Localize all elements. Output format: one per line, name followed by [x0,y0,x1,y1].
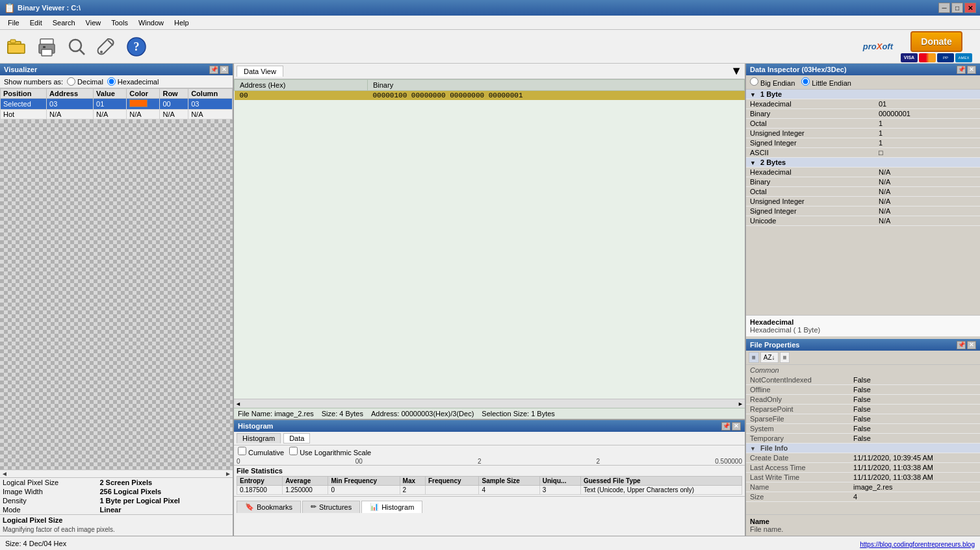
data-view-content[interactable]: Address (Hex) Binary 00 00000100 0000000… [234,79,745,399]
find-button[interactable] [62,32,91,61]
histogram-tab[interactable]: Histogram [237,433,281,444]
file-info-create: Create Date 11/11/2020, 10:39:45 AM [746,453,980,463]
name-desc: File name. [750,525,976,533]
histogram-title: Histogram [238,422,273,430]
tools-button[interactable] [92,32,121,61]
file-info-name: Name image_2.res [746,482,980,492]
donate-button[interactable]: Donate [910,31,962,52]
scroll-indicator: ◄ [1,470,225,477]
data-tab[interactable]: Data [283,433,310,444]
data-view-header: Data View ▼ [234,64,745,79]
histogram-controls: Cumulative Use Logarithmic Scale [234,445,745,458]
address-cell: 00 [235,91,368,101]
col-address-hex: Address (Hex) [235,80,368,91]
data-row[interactable]: 00 00000100 00000000 00000000 00000001 [235,91,745,101]
file-props-title: File Properties [750,341,799,349]
title-bar: 📋 Binary Viewer : C:\ ─ □ ✕ [0,0,980,16]
little-endian-radio[interactable] [801,77,810,86]
hex-option[interactable]: Hexadecimal [107,77,159,86]
inspector-row-hex: Hexadecimal 01 [746,99,980,109]
inspector-scroll[interactable]: ▼ 1 Byte Hexadecimal 01 Binary 00000001 [746,90,980,315]
props-btn-3[interactable]: ≡ [780,352,790,363]
data-view-dropdown[interactable]: ▼ [730,64,742,78]
col-value: Value [94,89,127,99]
visualizer-close-button[interactable]: ✕ [220,66,229,74]
props-btn-1[interactable]: ≡ [749,352,759,363]
inspector-section-2bytes: ▼ 2 Bytes [746,158,980,168]
bookmarks-icon: 🔖 [245,503,254,511]
little-endian-option[interactable]: Little Endian [801,77,851,87]
inspector-section-1byte: ▼ 1 Byte [746,90,980,99]
structures-icon: ✏ [311,503,316,511]
stats-col-average: Average [283,477,328,486]
maximize-button[interactable]: □ [951,3,963,13]
file-info-section-header: ▼ File Info [746,444,980,453]
svg-line-8 [79,49,84,55]
visualizer-title: Visualizer [4,66,37,73]
props-row-7: Temporary False [746,434,980,444]
big-endian-radio[interactable] [750,77,758,86]
main-area: Visualizer 📌 ✕ Show numbers as: Decimal … [0,64,980,536]
mastercard-icon [919,53,936,62]
props-btn-2[interactable]: AZ↓ [760,352,779,363]
lsp-row-1: Logical Pixel Size 2 Screen Pixels [0,478,233,487]
inspector-pin-button[interactable]: 📌 [957,66,966,74]
menu-edit[interactable]: Edit [25,18,47,28]
hex-radio[interactable] [107,77,116,86]
big-endian-option[interactable]: Big Endian [750,77,795,87]
data-view-tab[interactable]: Data View [237,66,283,77]
decimal-radio[interactable] [67,77,75,86]
visualizer-pin-button[interactable]: 📌 [209,66,218,74]
visualizer-options: Show numbers as: Decimal Hexadecimal [0,75,233,88]
props-scroll[interactable]: NotContentIndexed False Offline False Re… [746,375,980,514]
stats-col-unique: Uniqu... [539,477,580,486]
structures-tab[interactable]: ✏ Structures [302,501,360,513]
lsp-row-2: Image Width 256 Logical Pixels [0,487,233,496]
bookmarks-tab[interactable]: 🔖 Bookmarks [237,501,301,513]
decimal-option[interactable]: Decimal [67,77,103,86]
menu-window[interactable]: Window [133,18,169,28]
minimize-button[interactable]: ─ [938,3,950,13]
props-row-4: ReparsePoint False [746,405,980,414]
props-close-button[interactable]: ✕ [967,341,976,349]
file-info-bottom: Name File name. [746,514,980,536]
scroll-right-btn[interactable]: ► [738,401,743,407]
inspector-desc-text: Hexadecimal ( 1 Byte) [750,326,976,334]
inspector-row-2oct: Octal N/A [746,187,980,197]
data-inspector-panel: Data Inspector (03Hex/3Dec) 📌 ✕ Big Endi… [746,64,980,336]
cumulative-checkbox[interactable] [238,447,246,455]
print-button[interactable] [32,32,61,61]
stats-col-minfreq: Min Frequency [328,477,400,486]
col-address: Address [47,89,94,99]
donate-wrapper: Donate VISA PP AMEX [901,31,972,62]
menu-help[interactable]: Help [169,18,194,28]
paypal-icon: PP [937,53,954,62]
scroll-left-btn[interactable]: ◄ [235,401,241,407]
stats-row: 0.187500 1.250000 0 2 4 3 Text (Unicode,… [237,486,742,495]
inspector-row-sint: Signed Integer 1 [746,138,980,148]
horizontal-scrollbar[interactable]: ◄ ► [234,399,745,408]
menu-tools[interactable]: Tools [106,18,133,28]
url-link[interactable]: https://blog.codingforentrepreneurs.blog [860,541,975,548]
histogram-tab-bottom[interactable]: 📊 Histogram [361,501,422,513]
col-column: Column [188,89,233,99]
close-button[interactable]: ✕ [964,3,976,13]
data-view-area: Data View ▼ Address (Hex) Binary [234,64,745,419]
help-button[interactable]: ? [122,32,151,61]
inspector-close-button[interactable]: ✕ [967,66,976,74]
status-bar: Size: 4 Dec/04 Hex https://blog.codingfo… [0,536,980,550]
menu-view[interactable]: View [81,18,107,28]
histogram-close-button[interactable]: ✕ [732,422,741,431]
cumulative-label[interactable]: Cumulative [238,447,284,456]
menu-file[interactable]: File [3,18,25,28]
lsp-row-4: Mode Linear [0,505,233,514]
props-pin-button[interactable]: 📌 [957,341,966,349]
open-button[interactable] [3,32,31,61]
name-label: Name [750,518,976,525]
histogram-pin-button[interactable]: 📌 [721,422,730,431]
log-scale-checkbox[interactable] [289,447,298,455]
file-info-bar: File Name: image_2.res Size: 4 Bytes Add… [234,408,745,419]
lsp-footer: Logical Pixel Size [0,514,233,525]
log-scale-label[interactable]: Use Logarithmic Scale [289,447,371,456]
menu-search[interactable]: Search [47,18,81,28]
